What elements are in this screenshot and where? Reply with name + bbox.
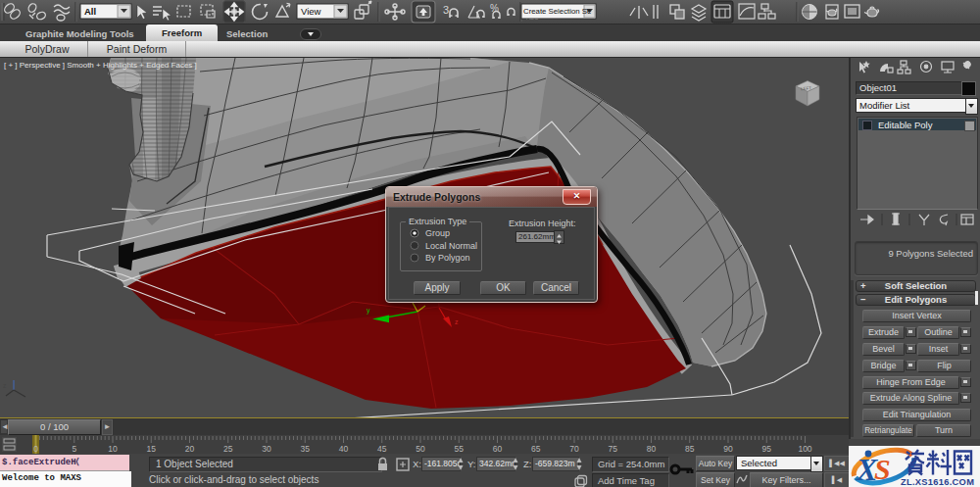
svg-text:LEFT: LEFT [801, 85, 812, 91]
svg-text:S: S [874, 453, 891, 485]
svg-text:All: All [84, 6, 96, 17]
svg-text:[ + ] Perspective ] Smooth + H: [ + ] Perspective ] Smooth + Highlights … [4, 61, 197, 70]
svg-text:z: z [455, 318, 459, 325]
svg-text:3: 3 [443, 4, 449, 16]
svg-text:Create Selection Se: Create Selection Se [523, 7, 591, 16]
svg-text:z: z [3, 382, 6, 389]
svg-text:y: y [367, 307, 370, 315]
svg-text:View: View [301, 6, 321, 17]
svg-text:ZL.XS1616.COM: ZL.XS1616.COM [901, 477, 974, 487]
